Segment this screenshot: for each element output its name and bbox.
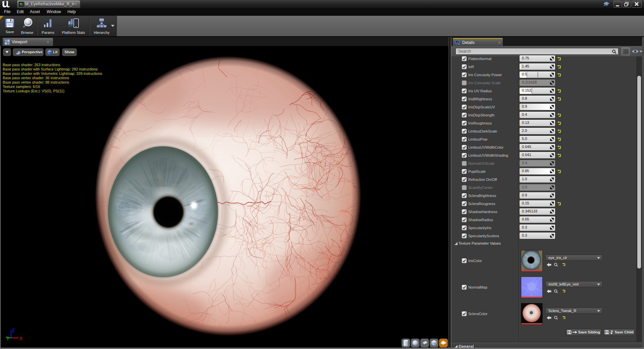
svg-text:X: X	[19, 336, 22, 341]
svg-text:Y: Y	[6, 336, 9, 341]
svg-text:Z: Z	[12, 328, 15, 333]
